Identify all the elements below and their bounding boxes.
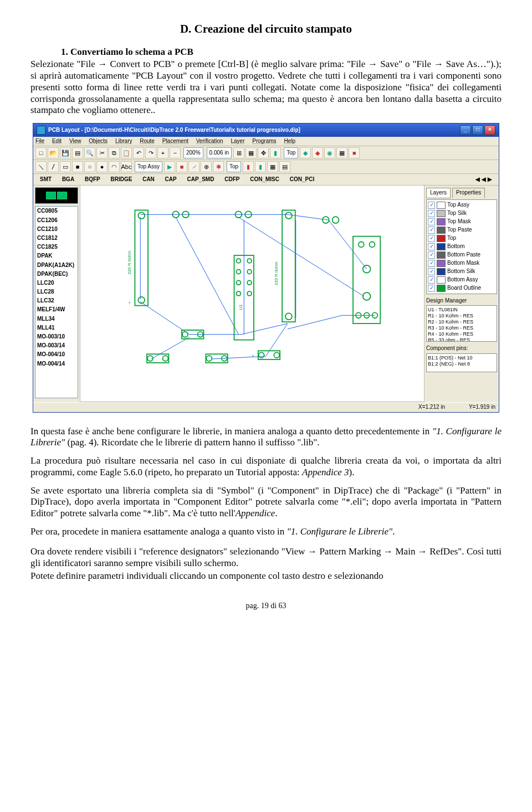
new-icon[interactable]: □: [35, 147, 47, 158]
tool-e-icon[interactable]: ■: [349, 147, 360, 158]
pkg-item[interactable]: CC1812: [35, 234, 78, 243]
pin-item[interactable]: B1:2 (NEG) - Net 8: [428, 361, 495, 367]
text-icon[interactable]: Abc: [121, 161, 132, 172]
zoom-in-icon[interactable]: +: [157, 147, 168, 158]
menu-help[interactable]: Help: [284, 138, 295, 144]
menu-route[interactable]: Route: [140, 138, 155, 144]
zoom-out-icon[interactable]: −: [170, 147, 181, 158]
pkg-item[interactable]: MLL41: [35, 323, 78, 332]
pkg-item[interactable]: MO-004/10: [35, 350, 78, 359]
dm-item[interactable]: R4 - 10 Kohm - RES: [428, 331, 495, 337]
cat-con-pci[interactable]: CON_PCI: [285, 175, 319, 184]
pkg-item[interactable]: CC1825: [35, 243, 78, 251]
layer-select-2[interactable]: Top Assy: [135, 161, 162, 172]
cat-bqfp[interactable]: BQFP: [80, 175, 105, 184]
preview-icon[interactable]: 🔍: [84, 147, 95, 158]
pkg-item[interactable]: MO-004/14: [35, 359, 78, 368]
design-manager-list[interactable]: U1 - TL081IN R1 - 10 Kohm - RES R2 - 10 …: [426, 305, 497, 342]
close-button[interactable]: ×: [484, 125, 495, 135]
layer-row[interactable]: ✓Top Silk: [428, 209, 495, 218]
layer-row[interactable]: ✓Bottom Assy: [428, 276, 495, 284]
polyline-icon[interactable]: 〳: [48, 161, 59, 172]
minimize-button[interactable]: _: [460, 125, 471, 135]
component-pins-list[interactable]: B1:1 (POS) - Net 10 B1:2 (NEG) - Net 8: [426, 353, 497, 372]
tool-b-icon[interactable]: ◆: [312, 147, 323, 158]
route-icon[interactable]: ⟋: [188, 161, 200, 172]
util-c-icon[interactable]: ▦: [267, 161, 278, 172]
layer-row[interactable]: ✓Top: [428, 234, 495, 243]
menu-view[interactable]: View: [69, 138, 81, 144]
layer-row[interactable]: ✓Top Paste: [428, 226, 495, 234]
zoom-level[interactable]: 200%: [183, 147, 203, 158]
menu-programs[interactable]: Programs: [252, 138, 276, 144]
arc-icon[interactable]: ◠: [109, 161, 120, 172]
fillrect-icon[interactable]: ■: [72, 161, 83, 172]
pkg-item[interactable]: CC1206: [35, 216, 78, 225]
cat-nav[interactable]: ◀ ◀ ▶: [471, 175, 497, 184]
cat-bridge[interactable]: BRIDGE: [106, 175, 136, 184]
layer-select-1[interactable]: Top: [284, 147, 298, 158]
grid-size[interactable]: 0.006 in: [207, 147, 232, 158]
tool-c-icon[interactable]: ◉: [324, 147, 335, 158]
redo-icon[interactable]: ↷: [145, 147, 156, 158]
cat-cap-smd[interactable]: CAP_SMD: [183, 175, 219, 184]
menu-library[interactable]: Library: [115, 138, 132, 144]
tab-layers[interactable]: Layers: [426, 188, 451, 198]
layer-row[interactable]: ✓Top Assy: [428, 201, 495, 209]
open-icon[interactable]: 📂: [48, 147, 59, 158]
print-icon[interactable]: ▤: [72, 147, 83, 158]
menu-placement[interactable]: Placement: [162, 138, 188, 144]
pcb-canvas[interactable]: 220 R 0ohm + 220 R 0ohm U1: [80, 186, 424, 402]
dm-item[interactable]: R3 - 10 Kohm - RES: [428, 325, 495, 331]
layer-row[interactable]: ✓Bottom Silk: [428, 268, 495, 276]
util-b-icon[interactable]: ▮: [255, 161, 266, 172]
dm-item[interactable]: U1 - TL081IN: [428, 307, 495, 313]
dm-item[interactable]: R2 - 10 Kohm - RES: [428, 319, 495, 325]
save-icon[interactable]: 💾: [60, 147, 71, 158]
comp-icon[interactable]: ▮: [270, 147, 281, 158]
pkg-item[interactable]: CC0805: [35, 207, 78, 215]
move-icon[interactable]: ✥: [258, 147, 269, 158]
pkg-item[interactable]: LLC20: [35, 279, 78, 287]
stop-icon[interactable]: ■: [176, 161, 187, 172]
maximize-button[interactable]: □: [472, 125, 483, 135]
util-d-icon[interactable]: ▤: [279, 161, 290, 172]
pkg-item[interactable]: MO-003/10: [35, 332, 78, 341]
copy-icon[interactable]: ⧉: [109, 147, 120, 158]
pkg-item[interactable]: MO-003/14: [35, 341, 78, 350]
dm-item[interactable]: R5 - 33 ohm - RES: [428, 337, 495, 342]
cat-con-misc[interactable]: CON_MISC: [245, 175, 284, 184]
pkg-item[interactable]: CC1210: [35, 225, 78, 234]
pin-item[interactable]: B1:1 (POS) - Net 10: [428, 355, 495, 361]
util-a-icon[interactable]: ▮: [243, 161, 254, 172]
layer-icon[interactable]: ▦: [245, 147, 257, 158]
net-icon[interactable]: ✱: [213, 161, 224, 172]
grid-icon[interactable]: ⊞: [233, 147, 244, 158]
place-icon[interactable]: ⊕: [201, 161, 212, 172]
cat-bga[interactable]: BGA: [58, 175, 79, 184]
layer-row[interactable]: ✓Board Outline: [428, 284, 495, 292]
paste-icon[interactable]: 📋: [121, 147, 132, 158]
pkg-item[interactable]: LLC28: [35, 287, 78, 296]
tab-properties[interactable]: Properties: [452, 188, 485, 198]
pkg-item[interactable]: LLC32: [35, 296, 78, 305]
layer-row[interactable]: ✓Bottom: [428, 243, 495, 251]
cat-can[interactable]: CAN: [138, 175, 159, 184]
fillcircle-icon[interactable]: ●: [96, 161, 108, 172]
menu-objects[interactable]: Objects: [89, 138, 108, 144]
pkg-item[interactable]: MLL34: [35, 315, 78, 323]
tool-a-icon[interactable]: ◆: [300, 147, 311, 158]
undo-icon[interactable]: ↶: [133, 147, 144, 158]
rect-icon[interactable]: ▭: [60, 161, 71, 172]
line-icon[interactable]: ＼: [35, 161, 47, 172]
tool-d-icon[interactable]: ▦: [336, 147, 347, 158]
dm-item[interactable]: R1 - 10 Kohm - RES: [428, 313, 495, 319]
cat-cdfp[interactable]: CDFP: [220, 175, 244, 184]
run-icon[interactable]: ▶: [164, 161, 175, 172]
cut-icon[interactable]: ✂: [96, 147, 108, 158]
package-list[interactable]: CC0805 CC1206 CC1210 CC1812 CC1825 DPAK …: [35, 206, 78, 398]
pkg-item[interactable]: DPAK: [35, 251, 78, 260]
menu-edit[interactable]: Edit: [52, 138, 62, 144]
layer-select-3[interactable]: Top: [227, 161, 241, 172]
menu-layer[interactable]: Layer: [231, 138, 244, 144]
